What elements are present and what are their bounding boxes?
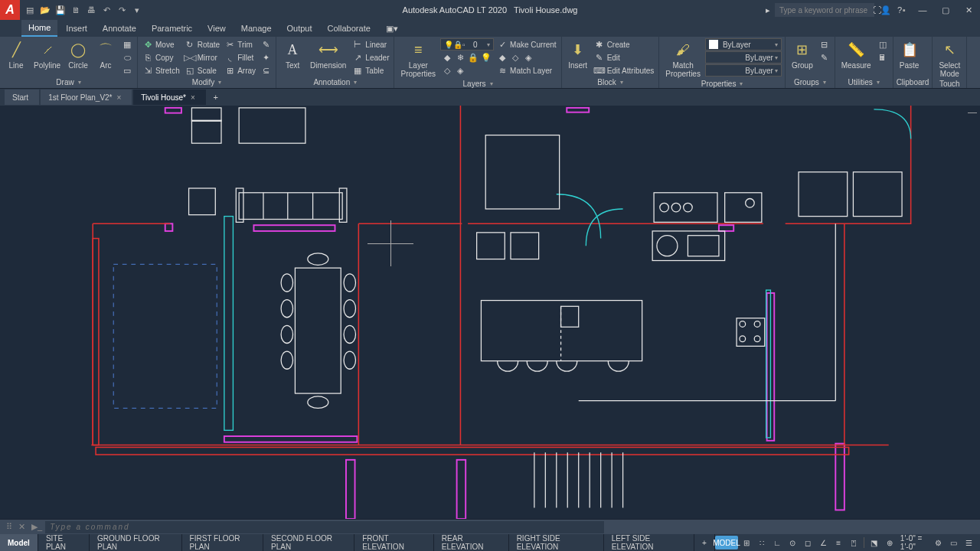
calc-button[interactable]: 🖩 [876,51,890,64]
panel-properties-label[interactable]: Properties▾ [662,80,782,88]
layer-properties-button[interactable]: ≡Layer Properties [397,38,439,80]
explode-button[interactable]: ✦ [259,51,273,64]
panel-block-label[interactable]: Block▾ [565,77,656,88]
status-anno-icon[interactable]: ⍞ [847,536,861,549]
panel-layers-label[interactable]: Layers▾ [397,80,557,88]
qat-undo-icon[interactable]: ↶ [100,3,113,17]
panel-utilities-label[interactable]: Utilities▾ [838,76,890,88]
select-mode-button[interactable]: ↖Select Mode [936,38,963,80]
status-menu-icon[interactable]: ☰ [962,536,975,549]
layer-state-icon[interactable]: ◆ [442,52,452,63]
qat-plot-icon[interactable]: 🖶 [84,3,98,17]
edit-attr-button[interactable]: ⌨Edit Attributes [593,64,656,77]
hatch-button[interactable]: ▦ [120,38,134,51]
text-button[interactable]: AText [279,38,305,71]
polyline-button[interactable]: ⟋Polyline [31,38,64,71]
maximize-icon[interactable]: ▢ [934,0,957,20]
panel-draw-label[interactable]: Draw▾ [3,77,134,88]
layout-site[interactable]: SITE PLAN [38,534,90,551]
dimension-button[interactable]: ⟷Dimension [307,38,349,71]
menu-view[interactable]: View [201,20,233,37]
group-button[interactable]: ⊞Group [789,38,816,71]
layer-uniso-icon[interactable]: ◈ [455,65,466,76]
cmd-close-icon[interactable]: ✕ [15,522,28,532]
match-props-button[interactable]: 🖌Match Properties [662,38,704,80]
qat-open-icon[interactable]: 📂 [38,3,52,17]
status-track-icon[interactable]: ∠ [816,536,830,549]
cmd-handle-icon[interactable]: ⠿ [3,522,15,532]
linear-button[interactable]: ⊢Linear [351,38,390,51]
measure-button[interactable]: 📏Measure [838,38,874,71]
trim-button[interactable]: ✂Trim [223,38,257,51]
layout-second[interactable]: SECOND FLOOR PLAN [263,534,354,551]
layout-add-button[interactable]: + [694,534,715,551]
status-gear-icon[interactable]: ⚙ [931,536,945,549]
scale-button[interactable]: ◱Scale [183,64,221,77]
menu-parametric[interactable]: Parametric [145,20,199,37]
layout-model[interactable]: Model [0,534,38,551]
menu-home[interactable]: Home [21,20,57,37]
table-button[interactable]: ▦Table [351,64,390,77]
command-input[interactable] [45,521,604,533]
create-block-button[interactable]: ✱Create [593,38,656,51]
qat-save-icon[interactable]: 💾 [54,3,67,17]
close-tab-icon[interactable]: × [191,93,195,102]
color-combo[interactable]: ByLayer▾ [705,38,782,51]
copy-button[interactable]: ⎘Copy [141,51,181,64]
ungroup-button[interactable]: ⊟ [818,38,831,51]
status-clean-icon[interactable]: ▭ [946,536,960,549]
layout-ground[interactable]: GROUND FLOOR PLAN [90,534,182,551]
panel-annotation-label[interactable]: Annotation▾ [279,77,390,88]
qat-new-icon[interactable]: ▤ [23,3,37,17]
panel-groups-label[interactable]: Groups▾ [789,76,831,88]
layout-first[interactable]: FIRST FLOOR PLAN [182,534,263,551]
qat-saveas-icon[interactable]: 🗎 [69,3,83,17]
status-model-button[interactable]: MODEL [715,536,738,549]
status-dyn-icon[interactable]: ⊕ [883,536,897,549]
select-all-button[interactable]: ◫ [876,38,890,51]
linetype-combo[interactable]: ByLayer▾ [705,64,782,77]
leader-button[interactable]: ↗Leader [351,51,390,64]
layout-left[interactable]: LEFT SIDE ELEVATION [604,534,694,551]
mirror-button[interactable]: ▷◁Mirror [183,51,221,64]
help-icon[interactable]: ? [888,0,911,20]
qat-more-icon[interactable]: ▾ [130,3,144,17]
layout-front[interactable]: FRONT ELEVATION [354,534,434,551]
line-button[interactable]: ╱Line [3,38,29,71]
minimize-icon[interactable]: — [911,0,934,20]
ellipse-button[interactable]: ⬭ [120,51,134,64]
status-iso-icon[interactable]: ⬔ [867,536,881,549]
make-current-button[interactable]: ✓Make Current [495,38,558,51]
layout-right[interactable]: RIGHT SIDE ELEVATION [509,534,604,551]
status-lw-icon[interactable]: ≡ [831,536,845,549]
menu-manage[interactable]: Manage [234,20,279,37]
menu-output[interactable]: Output [280,20,319,37]
circle-button[interactable]: ◯Circle [65,38,91,71]
drawing-canvas[interactable]: — [0,106,980,519]
search-input[interactable] [775,3,874,17]
menu-collaborate[interactable]: Collaborate [321,20,377,37]
rect-button[interactable]: ▭ [120,64,134,77]
lineweight-combo[interactable]: ByLayer▾ [705,51,782,64]
layer-current-combo[interactable]: 💡🔒▫0▾ [440,38,494,51]
stretch-button[interactable]: ⇲Stretch [141,64,181,77]
status-polar-icon[interactable]: ⊙ [786,536,799,549]
panel-modify-label[interactable]: Modify▾ [141,77,273,88]
file-tab-floorplan[interactable]: 1st Floor Plan_V2*× [41,90,132,105]
offset-button[interactable]: ⊆ [259,64,273,77]
array-button[interactable]: ⊞Array [223,64,257,77]
group-edit-button[interactable]: ✎ [818,51,831,64]
new-tab-button[interactable]: + [207,90,224,105]
layout-rear[interactable]: REAR ELEVATION [434,534,509,551]
erase-button[interactable]: ✎ [259,38,273,51]
paste-button[interactable]: 📋Paste [897,38,923,71]
layer-off-icon[interactable]: 💡 [481,52,492,63]
fillet-button[interactable]: ◟Fillet [223,51,257,64]
close-tab-icon[interactable]: × [117,93,122,102]
app-logo[interactable]: A [0,0,20,20]
share-icon[interactable]: ⛶ [865,0,888,20]
edit-block-button[interactable]: ✎Edit [593,51,656,64]
rotate-button[interactable]: ↻Rotate [183,38,221,51]
status-snap-icon[interactable]: ∷ [755,536,769,549]
menu-insert[interactable]: Insert [59,20,94,37]
